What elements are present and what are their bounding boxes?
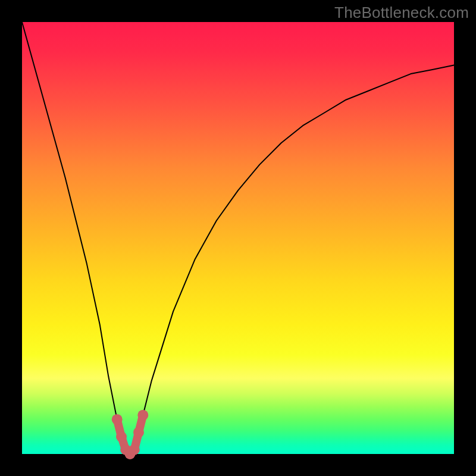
highlight-dot xyxy=(116,431,127,442)
highlight-dot xyxy=(137,410,148,421)
curve-svg xyxy=(22,22,454,454)
highlight-dots xyxy=(112,410,149,459)
watermark-text: TheBottleneck.com xyxy=(334,4,469,22)
highlight-dot xyxy=(133,427,144,438)
chart-frame: TheBottleneck.com xyxy=(0,0,476,476)
highlight-dot xyxy=(112,414,123,425)
plot-area xyxy=(22,22,454,454)
highlight-dot xyxy=(129,444,140,455)
bottleneck-curve xyxy=(22,22,454,454)
